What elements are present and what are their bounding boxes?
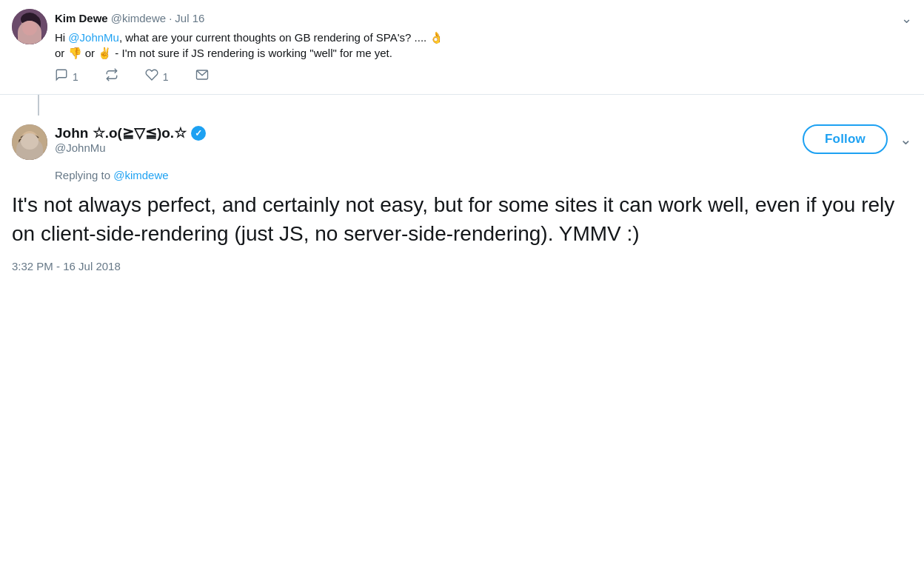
second-tweet-text: It's not always perfect, and certainly n…: [12, 190, 912, 248]
svg-point-1: [16, 31, 43, 44]
second-tweet-actions-area: Follow ⌄: [803, 124, 912, 154]
first-tweet-body: Kim Dewe @kimdewe · Jul 16 ⌄ Hi @JohnMu,…: [55, 9, 912, 85]
first-tweet-more-icon[interactable]: ⌄: [901, 10, 912, 27]
svg-point-4: [33, 16, 41, 31]
john-handle: @JohnMu: [55, 141, 206, 154]
second-tweet-more-icon[interactable]: ⌄: [900, 130, 912, 148]
thread-connector: [0, 95, 924, 116]
john-display-name: John ☆.o(≧▽≦)o.☆: [55, 124, 206, 141]
kim-avatar[interactable]: [12, 9, 47, 44]
verified-badge-icon: [191, 126, 206, 141]
second-tweet-timestamp: 3:32 PM - 16 Jul 2018: [12, 260, 912, 284]
retweet-icon: [105, 68, 118, 85]
svg-rect-9: [19, 139, 27, 144]
kim-handle: @kimdewe: [111, 12, 166, 24]
first-tweet-header: Kim Dewe @kimdewe · Jul 16 ⌄: [55, 9, 912, 27]
svg-point-8: [21, 131, 38, 150]
johnmu-mention[interactable]: @JohnMu: [68, 31, 119, 44]
follow-button[interactable]: Follow: [803, 124, 888, 154]
dm-action[interactable]: [195, 68, 209, 85]
like-action[interactable]: 1: [145, 68, 169, 85]
like-icon: [145, 68, 158, 85]
reply-count: 1: [73, 71, 78, 83]
john-user-info: John ☆.o(≧▽≦)o.☆ @JohnMu: [55, 124, 206, 154]
svg-point-6: [12, 124, 47, 160]
second-tweet-header: John ☆.o(≧▽≦)o.☆ @JohnMu Follow ⌄: [12, 124, 912, 160]
dm-icon: [195, 68, 209, 85]
reply-action[interactable]: 1: [55, 68, 78, 85]
second-tweet-user-area: John ☆.o(≧▽≦)o.☆ @JohnMu: [12, 124, 206, 160]
first-tweet-date: Jul 16: [175, 12, 204, 24]
text-before-mention: Hi: [55, 31, 68, 44]
john-avatar[interactable]: [12, 124, 47, 160]
svg-point-7: [16, 150, 43, 160]
first-tweet-text: Hi @JohnMu, what are your current though…: [55, 30, 912, 61]
second-tweet: John ☆.o(≧▽≦)o.☆ @JohnMu Follow ⌄ Replyi…: [0, 116, 924, 284]
thread-line: [38, 95, 39, 116]
kim-display-name: Kim Dewe: [55, 12, 108, 24]
first-tweet: Kim Dewe @kimdewe · Jul 16 ⌄ Hi @JohnMu,…: [0, 0, 924, 95]
replying-to-label: Replying to @kimdewe: [55, 169, 912, 181]
first-tweet-actions: 1: [55, 68, 912, 85]
replying-to-mention[interactable]: @kimdewe: [113, 169, 168, 181]
retweet-action[interactable]: [105, 68, 118, 85]
date-separator: ·: [169, 12, 172, 24]
like-count: 1: [163, 71, 169, 83]
svg-rect-10: [28, 139, 36, 144]
reply-icon: [55, 68, 68, 85]
